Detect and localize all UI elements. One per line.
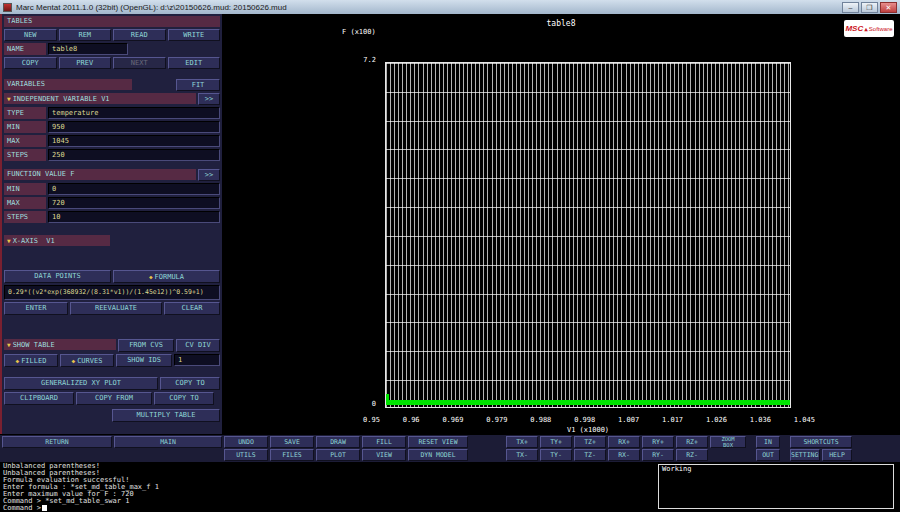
data-points-button[interactable]: DATA POINTS xyxy=(4,270,111,283)
plot-button[interactable]: PLOT xyxy=(316,449,360,461)
logo-subtext: Software xyxy=(869,26,893,32)
generalized-xy-plot-button[interactable]: GENERALIZED XY PLOT xyxy=(4,377,158,390)
ty-minus-button[interactable]: TY- xyxy=(540,449,572,461)
copy-from-button[interactable]: COPY FROM xyxy=(76,392,152,405)
f-min-label: MIN xyxy=(4,183,46,195)
x-axis-label: X-AXIS V1 xyxy=(13,237,55,245)
rx-minus-button[interactable]: RX- xyxy=(608,449,640,461)
table-curve xyxy=(386,400,790,405)
zoom-box-line2: BOX xyxy=(711,442,745,448)
help-button[interactable]: HELP xyxy=(822,449,852,461)
x-tick-labels: 0.95 0.96 0.969 0.979 0.988 0.998 1.007 … xyxy=(363,416,815,424)
v1-min-field[interactable]: 950 xyxy=(48,121,220,133)
tx-minus-button[interactable]: TX- xyxy=(506,449,538,461)
clear-button[interactable]: CLEAR xyxy=(164,302,220,315)
window-title: Marc Mentat 2011.1.0 (32bit) (OpenGL): d… xyxy=(16,3,840,12)
table-curve-start xyxy=(386,394,389,405)
tz-plus-button[interactable]: TZ+ xyxy=(574,436,606,448)
y-min-tick: 0 xyxy=(358,400,376,408)
x-tick: 1.026 xyxy=(706,416,727,424)
multiply-table-button[interactable]: MULTIPLY TABLE xyxy=(112,409,220,422)
draw-button[interactable]: DRAW xyxy=(316,436,360,448)
diamond-icon: ◆ xyxy=(16,357,20,364)
formula-toggle-button[interactable]: ◆FORMULA xyxy=(113,270,220,283)
filled-toggle[interactable]: ◆FILLED xyxy=(4,354,58,367)
utils-button[interactable]: UTILS xyxy=(224,449,268,461)
show-table-selector[interactable]: ▼SHOW TABLE xyxy=(4,339,116,350)
shortcuts-button[interactable]: SHORTCUTS xyxy=(790,436,852,448)
rz-minus-button[interactable]: RZ- xyxy=(676,449,708,461)
app-window: Marc Mentat 2011.1.0 (32bit) (OpenGL): d… xyxy=(0,0,900,512)
clipboard-button[interactable]: CLIPBOARD xyxy=(4,392,74,405)
fill-button[interactable]: FILL xyxy=(362,436,406,448)
v1-max-field[interactable]: 1045 xyxy=(48,135,220,147)
independent-variable-label: INDEPENDENT VARIABLE V1 xyxy=(13,95,110,103)
minimize-button[interactable]: – xyxy=(842,2,859,13)
v1-steps-field[interactable]: 250 xyxy=(48,149,220,161)
new-table-button[interactable]: NEW xyxy=(4,29,57,41)
from-cvs-button[interactable]: FROM CVS xyxy=(118,339,174,352)
x-tick: 0.988 xyxy=(530,416,551,424)
f-steps-label: STEPS xyxy=(4,211,46,223)
ry-minus-button[interactable]: RY- xyxy=(642,449,674,461)
collapse-triangle-icon: ▼ xyxy=(7,341,11,348)
rem-table-button[interactable]: REM xyxy=(59,29,112,41)
f-min-field[interactable]: 0 xyxy=(48,183,220,195)
formula-input[interactable]: 0.29*((v2*exp(368932/(8.31*v1))/(1.45e12… xyxy=(4,285,220,300)
ry-plus-button[interactable]: RY+ xyxy=(642,436,674,448)
fit-button[interactable]: FIT xyxy=(176,79,220,91)
main-button[interactable]: MAIN xyxy=(114,436,222,448)
f-max-label: MAX xyxy=(4,197,46,209)
msc-software-logo: MSC ▲ Software xyxy=(844,20,894,37)
files-button[interactable]: FILES xyxy=(270,449,314,461)
reset-view-button[interactable]: RESET VIEW xyxy=(408,436,468,448)
rx-plus-button[interactable]: RX+ xyxy=(608,436,640,448)
show-ids-field[interactable]: 1 xyxy=(174,354,220,366)
maximize-button[interactable]: ❐ xyxy=(861,2,878,13)
table-name-field[interactable]: table8 xyxy=(48,43,128,55)
type-field[interactable]: temperature xyxy=(48,107,220,119)
zoom-box-button[interactable]: ZOOMBOX xyxy=(710,436,746,448)
zoom-in-button[interactable]: IN xyxy=(756,436,780,448)
write-table-button[interactable]: WRITE xyxy=(168,29,221,41)
f-steps-field[interactable]: 10 xyxy=(48,211,220,223)
working-status-label: Working xyxy=(662,465,692,473)
prev-table-button[interactable]: PREV xyxy=(59,57,112,69)
close-button[interactable]: ✕ xyxy=(880,2,897,13)
copy-to-plot-button[interactable]: COPY TO xyxy=(160,377,220,390)
tx-plus-button[interactable]: TX+ xyxy=(506,436,538,448)
save-button[interactable]: SAVE xyxy=(270,436,314,448)
function-value-expand-button[interactable]: >> xyxy=(198,169,220,181)
return-button[interactable]: RETURN xyxy=(2,436,112,448)
reevaluate-button[interactable]: REEVALUATE xyxy=(70,302,162,315)
curves-toggle[interactable]: ◆CURVES xyxy=(60,354,114,367)
x-tick: 0.96 xyxy=(403,416,420,424)
view-button[interactable]: VIEW xyxy=(362,449,406,461)
ty-plus-button[interactable]: TY+ xyxy=(540,436,572,448)
independent-variable-header[interactable]: ▼INDEPENDENT VARIABLE V1 xyxy=(4,93,196,104)
filled-label: FILLED xyxy=(21,357,46,365)
enter-button[interactable]: ENTER xyxy=(4,302,68,315)
graphics-area[interactable]: table8 MSC ▲ Software F (x100) 7.2 0 0.9… xyxy=(222,14,900,434)
undo-button[interactable]: UNDO xyxy=(224,436,268,448)
independent-variable-expand-button[interactable]: >> xyxy=(198,93,220,105)
copy-table-button[interactable]: COPY xyxy=(4,57,57,69)
command-console[interactable]: Unbalanced parentheses! Unbalanced paren… xyxy=(0,462,900,512)
f-max-field[interactable]: 720 xyxy=(48,197,220,209)
edit-table-button[interactable]: EDIT xyxy=(168,57,221,69)
plot-title: table8 xyxy=(222,19,900,28)
rz-plus-button[interactable]: RZ+ xyxy=(676,436,708,448)
name-label: NAME xyxy=(4,43,46,55)
zoom-out-button[interactable]: OUT xyxy=(756,449,780,461)
show-ids-button[interactable]: SHOW IDS xyxy=(116,354,172,367)
x-axis-selector[interactable]: ▼X-AXIS V1 xyxy=(4,235,110,246)
dyn-model-button[interactable]: DYN MODEL xyxy=(408,449,468,461)
variables-section-header: VARIABLES xyxy=(4,79,132,90)
tz-minus-button[interactable]: TZ- xyxy=(574,449,606,461)
curves-label: CURVES xyxy=(77,357,102,365)
collapse-triangle-icon: ▼ xyxy=(7,237,11,244)
settings-button[interactable]: SETTINGS xyxy=(790,449,820,461)
copy-to-clipboard-button[interactable]: COPY TO xyxy=(154,392,214,405)
cv-div-button[interactable]: CV DIV xyxy=(176,339,220,352)
read-table-button[interactable]: READ xyxy=(113,29,166,41)
